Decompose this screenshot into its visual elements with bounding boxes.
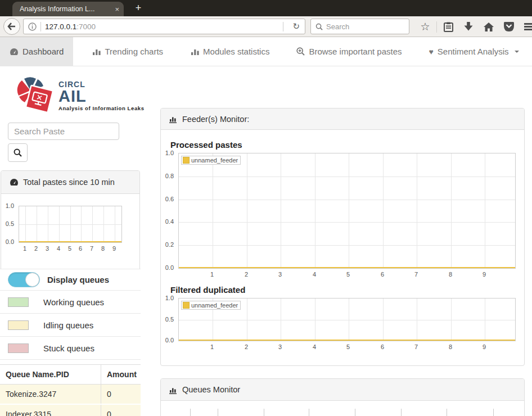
- feeder-monitor-panel: Feeder(s) Monitor: Processed pastes 0.00…: [160, 108, 525, 366]
- browser-tab[interactable]: Analysis Information L... ×: [12, 2, 124, 16]
- total-pastes-chart: 0.00.51.0 123456789: [1, 206, 139, 254]
- chart-title: Processed pastes: [170, 140, 516, 150]
- queues-display-block: Display queues Working queues Idling que…: [0, 269, 141, 360]
- chart-legend: unnamed_feeder: [181, 301, 241, 310]
- downloads-button[interactable]: [462, 20, 475, 34]
- queue-table-header: Queue Name.PID Amount: [0, 365, 141, 385]
- nav-label: Modules statistics: [203, 47, 269, 56]
- nav-item-trending-charts[interactable]: Trending charts: [83, 37, 173, 66]
- panel-title: Total pastes since 10 min: [23, 178, 115, 187]
- back-button[interactable]: [3, 18, 20, 35]
- bar-chart-icon: [93, 48, 101, 55]
- nav-label: Trending charts: [105, 47, 163, 56]
- panel-title: Feeder(s) Monitor:: [182, 115, 249, 124]
- bookmark-star-button[interactable]: ☆: [418, 20, 432, 34]
- new-tab-button[interactable]: +: [130, 2, 146, 15]
- idling-queues-swatch: [8, 320, 29, 330]
- column-header-queue-name: Queue Name.PID: [0, 365, 101, 384]
- queue-name-cell: Indexer.3315: [0, 405, 101, 416]
- chevron-down-icon: [515, 51, 519, 53]
- column-header-amount: Amount: [101, 365, 141, 384]
- logo-tagline: Analysis of Information Leaks: [58, 105, 145, 111]
- tab-title: Analysis Information L...: [20, 5, 111, 13]
- legend-row-stuck: Stuck queues: [0, 337, 141, 360]
- browser-search-box[interactable]: Search: [310, 19, 409, 34]
- search-plus-icon: [296, 47, 305, 56]
- url-port-text: :7000: [76, 22, 96, 31]
- nav-label: Browse important pastes: [309, 47, 402, 56]
- legend-label: Working queues: [43, 297, 104, 307]
- queue-name-cell: Tokenize.3247: [0, 385, 101, 404]
- bar-chart-icon: [169, 115, 178, 123]
- download-arrow-icon: [464, 22, 473, 31]
- pocket-button[interactable]: [502, 20, 516, 34]
- total-pastes-panel-header: Total pastes since 10 min: [1, 171, 139, 194]
- nav-item-browse-important-pastes[interactable]: Browse important pastes: [287, 37, 411, 66]
- browser-toolbar: 127.0.0.1:7000 ↻ Search ☆: [0, 16, 532, 37]
- logo-brand-main: AIL: [58, 89, 145, 103]
- heart-icon: ♥: [429, 47, 434, 56]
- processed-pastes-chart: 0.00.20.40.60.81.0 unnamed_feeder 123456…: [169, 153, 516, 280]
- display-queues-row: Display queues: [0, 269, 141, 291]
- reload-icon[interactable]: ↻: [287, 21, 305, 31]
- table-row[interactable]: Indexer.3315 0: [0, 405, 141, 416]
- toggle-knob: [25, 273, 39, 287]
- filtered-duplicated-chart: 0.00.51.0 unnamed_feeder 123456789: [169, 298, 516, 352]
- bar-chart-icon: [191, 48, 199, 55]
- site-navbar: Dashboard Trending charts Modules statis…: [0, 37, 532, 66]
- menu-button[interactable]: [522, 20, 532, 34]
- legend-row-working: Working queues: [0, 291, 141, 314]
- nav-item-dashboard[interactable]: Dashboard: [0, 37, 73, 66]
- toolbar-separator: [436, 21, 437, 33]
- panel-title: Queues Monitor: [182, 385, 240, 394]
- back-arrow-icon: [7, 22, 16, 30]
- paste-search-input[interactable]: [8, 123, 119, 140]
- nav-label: Dashboard: [22, 47, 64, 56]
- clipboard-icon: [444, 22, 453, 32]
- queue-amount-cell: 0: [101, 385, 141, 404]
- site-info-icon[interactable]: [28, 22, 37, 31]
- queues-monitor-panel: Queues Monitor: [160, 378, 525, 416]
- star-icon: ☆: [420, 21, 430, 32]
- y-axis-labels: 0.00.51.0: [169, 298, 178, 341]
- x-axis-labels: 123456789: [178, 269, 516, 280]
- urlbar-separator: [283, 22, 283, 31]
- y-axis-labels: 0.00.20.40.60.81.0: [169, 153, 178, 269]
- display-queues-toggle[interactable]: [8, 272, 40, 287]
- table-row[interactable]: Tokenize.3247 0: [0, 385, 141, 405]
- search-placeholder: Search: [326, 22, 349, 31]
- home-button[interactable]: [482, 20, 495, 34]
- search-icon: [315, 23, 323, 30]
- queue-amount-cell: 0: [101, 405, 141, 416]
- bookmarks-menu-button[interactable]: [441, 20, 455, 34]
- main-content: Feeder(s) Monitor: Processed pastes 0.00…: [160, 66, 525, 416]
- browser-tab-bar: Analysis Information L... × +: [0, 0, 532, 16]
- nav-item-sentiment-analysis[interactable]: ♥ Sentiment Analysis: [420, 37, 529, 66]
- search-icon: [13, 148, 22, 157]
- dashboard-gauge-icon: [10, 178, 19, 186]
- url-text[interactable]: 127.0.0.1: [45, 22, 76, 31]
- stuck-queues-swatch: [8, 343, 29, 353]
- plot-area: unnamed_feeder: [178, 153, 516, 269]
- hamburger-icon: [524, 23, 532, 30]
- sidebar: CIRCL AIL Analysis of Information Leaks …: [0, 66, 141, 416]
- urlbar-separator: [40, 22, 41, 31]
- nav-label: Sentiment Analysis: [438, 47, 509, 56]
- x-axis-labels: 123456789: [178, 341, 516, 352]
- working-queues-swatch: [8, 297, 29, 307]
- feeder-monitor-header: Feeder(s) Monitor:: [161, 108, 524, 130]
- chart-title: Filtered duplicated: [170, 285, 516, 295]
- paste-search-button[interactable]: [8, 143, 28, 162]
- plot-area: unnamed_feeder: [178, 298, 516, 341]
- queues-monitor-header: Queues Monitor: [161, 379, 524, 401]
- nav-item-modules-statistics[interactable]: Modules statistics: [182, 37, 279, 66]
- bar-chart-icon: [169, 386, 178, 394]
- plot-area: [19, 206, 122, 243]
- tab-close-icon[interactable]: ×: [111, 6, 119, 13]
- chart-legend: unnamed_feeder: [181, 156, 241, 165]
- home-icon: [484, 22, 494, 31]
- queues-monitor-body: [161, 401, 524, 416]
- url-bar[interactable]: 127.0.0.1:7000 ↻: [23, 19, 305, 34]
- y-axis-labels: 0.00.51.0: [1, 206, 19, 243]
- legend-label: Stuck queues: [43, 343, 94, 353]
